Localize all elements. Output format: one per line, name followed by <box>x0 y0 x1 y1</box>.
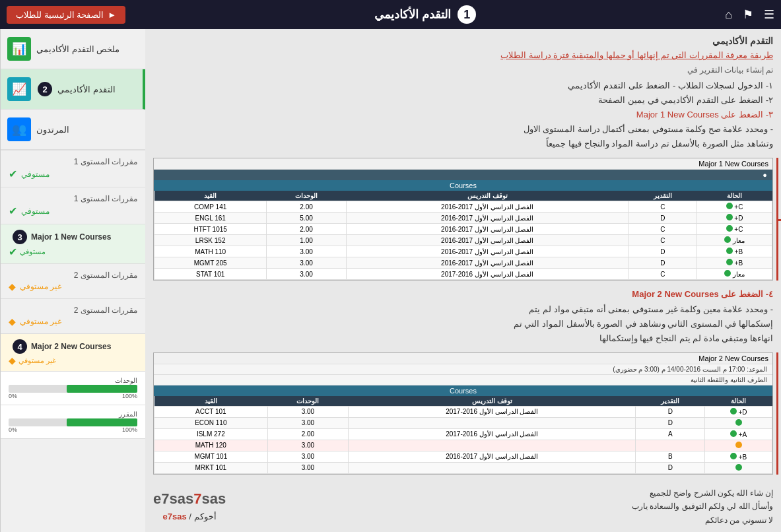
table-row: MATH 110 3.00 الفصل الدراسي الأول 2017-2… <box>154 246 772 257</box>
section1-status: مستوفي ✔ <box>9 168 137 180</box>
table-row: ISLM 272 2.00 الفصل الدراسي الأول 2016-2… <box>154 428 772 440</box>
main-layout: التقدم الأكاديمي طريقة معرفة المقررات ال… <box>0 29 781 532</box>
progress1-bar <box>9 385 137 393</box>
table2-courses-label: Courses <box>154 385 772 396</box>
progress2-label: المقرر <box>9 411 137 418</box>
sidebar-item-progress[interactable]: التقدم الأكاديمي 2 📈 <box>1 69 145 110</box>
content-header: التقدم الأكاديمي <box>153 36 773 46</box>
content-steps: ١- الدخول لسجلات الطلاب - الضغط على التق… <box>153 79 773 151</box>
menu-icon[interactable]: ☰ <box>764 7 774 22</box>
step1: ١- الدخول لسجلات الطلاب - الضغط على التق… <box>153 79 773 93</box>
flag-icon[interactable]: ⚑ <box>743 7 753 22</box>
sidebar-major2[interactable]: Major 2 New Courses 4 غير مستوفي ◆ <box>1 334 145 372</box>
table-row: MGMT 101 3.00 الفصل الدراسي الأول 2017-2… <box>154 451 772 462</box>
bottom-by: أخوكم / e7sas <box>153 512 226 521</box>
table-row: HTFT 1015 2.00 الفصل الدراسي الأول 2017-… <box>154 224 772 235</box>
bottom-section: إن شاء الله يكون الشرح واضح للجميع وأسأل… <box>153 481 773 527</box>
progress1-labels: 100% 0% <box>9 393 137 399</box>
table2-title: Major 2 New Courses <box>154 353 772 364</box>
step4-text1: - ومحدد علامة معين وكلمة غير مستوفي بمعن… <box>153 302 773 317</box>
progress2-bar <box>9 418 137 426</box>
sidebar-item-summary[interactable]: ملخص التقدم الأكاديمي 📊 <box>1 29 145 69</box>
step4-block: ٤- الضغط على Major 2 New Courses - ومحدد… <box>153 287 773 345</box>
table-row: ENGL 161 5.00 الفصل الدراسي الأول 2017-2… <box>154 213 772 224</box>
section3-title: مقررات المستوى 2 <box>9 271 137 280</box>
home-icon[interactable]: ⌂ <box>725 8 732 22</box>
sidebar-item-returners[interactable]: المرتدون 👥 <box>1 110 145 150</box>
major2-label: Major 2 New Courses <box>31 342 111 351</box>
bottom-text-block: إن شاء الله يكون الشرح واضح للجميع وأسأل… <box>632 486 773 527</box>
step4-title: ٤- الضغط على Major 2 New Courses <box>153 287 773 302</box>
sidebar-progress-badge: 2 <box>38 82 52 96</box>
arrow-line-2 <box>776 352 778 475</box>
section1-title: مقررات المستوى 1 <box>9 157 137 166</box>
screenshot-block-2: Major 2 New Courses الموعد: 17:00 م السب… <box>153 352 773 475</box>
table-row: ECON 110 3.00 D <box>154 417 772 428</box>
section3-status: غير مستوفي ◆ <box>9 281 137 292</box>
table1-header: ● <box>154 170 772 180</box>
content-subtitle: طريقة معرفة المقررات التي تم إنهائها أو … <box>153 50 773 60</box>
arrow-connector-1 <box>777 219 781 221</box>
sidebar-section-2: مقررات المستوى 1 مستوفي ✔ <box>1 187 145 224</box>
nav-title: 1 التقدم الأكاديمي <box>125 5 725 24</box>
step3: ٣- الضغط على Major 1 New Courses <box>153 108 773 122</box>
sidebar-sections: مقررات المستوى 1 مستوفي ✔ مقررات المستوى… <box>1 150 145 439</box>
sidebar-major1[interactable]: Major 1 New Courses 3 مستوفي ✔ <box>1 224 145 264</box>
step3-note2: وتشاهد مثل الصورة بالأسفل تم دراسة الموا… <box>153 137 773 151</box>
progress1-fill <box>67 385 137 393</box>
section4-title: مقررات المستوى 2 <box>9 306 137 315</box>
section2-title: مقررات المستوى 1 <box>9 194 137 203</box>
table-row: MRKT 101 3.00 D <box>154 462 772 473</box>
table1-title: Major 1 New Courses <box>154 158 772 170</box>
table-row: MATH 120 3.00 <box>154 440 772 451</box>
people-icon: 👥 <box>7 117 31 141</box>
table-row: MGMT 205 3.00 الفصل الدراسي الأول 2017-2… <box>154 257 772 269</box>
nav-icons: ☰ ⚑ ⌂ <box>725 7 774 22</box>
step4-text3: انهاءها ومتبقي مادة لم يتم النجاح فيها و… <box>153 331 773 346</box>
progress1-label: الوحدات <box>9 377 137 384</box>
sidebar-returners-label: المرتدون <box>36 125 69 135</box>
sidebar-section-3: مقررات المستوى 2 غير مستوفي ◆ <box>1 264 145 299</box>
table-row: COMP 141 2.00 الفصل الدراسي الأول 2017-2… <box>154 201 772 213</box>
step2: ٢- الضغط على التقدم الأكاديمي في يمين ال… <box>153 93 773 108</box>
nav-number: 1 <box>458 5 476 24</box>
table-row: LRSK 152 1.00 الفصل الدراسي الأول 2017-2… <box>154 235 772 246</box>
sidebar-section-4: مقررات المستوى 2 غير مستوفي ◆ <box>1 299 145 334</box>
step4-text2: إستكمالها في المستوى الثاني ونشاهد في ال… <box>153 317 773 331</box>
table2-note2: الطرف الثانية واللقطة الثانية <box>154 375 772 385</box>
section4-status: غير مستوفي ◆ <box>9 316 137 327</box>
bottom-watermark: e7sas7sas أخوكم / e7sas <box>153 486 226 521</box>
sidebar-summary-label: ملخص التقدم الأكاديمي <box>36 44 119 54</box>
table2-container: Major 2 New Courses الموعد: 17:00 م السب… <box>153 352 773 475</box>
progress2-fill <box>67 418 137 426</box>
major1-badge: 3 <box>13 230 27 244</box>
progress2-labels: 100% 0% <box>9 426 137 433</box>
home-page-button[interactable]: ► الصفحة الرئيسية للطلاب <box>7 6 125 24</box>
table2-note1: الموعد: 17:00 م السبت 2016-14/00 م (3:00… <box>154 364 772 375</box>
table2: القيد الوحدات توقف التدريس التقدير الحال… <box>154 396 772 474</box>
table-row: STAT 101 3.00 الفصل الدراسي الأول 2016-2… <box>154 269 772 280</box>
trend-chart-icon: 📈 <box>7 77 31 101</box>
major1-label: Major 1 New Courses <box>31 232 111 242</box>
bar-chart-icon: 📊 <box>7 37 31 61</box>
content-area: التقدم الأكاديمي طريقة معرفة المقررات ال… <box>145 29 781 532</box>
e7sas-logo: e7sas7sas <box>153 490 226 508</box>
sidebar-progress-label: التقدم الأكاديمي <box>57 84 116 94</box>
section2-status: مستوفي ✔ <box>9 205 137 217</box>
table1: القيد الوحدات توقف التدريس التقدير الحال… <box>154 191 772 280</box>
screenshot-block-1: Major 1 New Courses ● Courses القيد الوح… <box>153 158 773 281</box>
top-navigation: ☰ ⚑ ⌂ 1 التقدم الأكاديمي ► الصفحة الرئيس… <box>0 0 781 29</box>
step3-note1: - ومحدد علامة صح وكلمة مستوفي بمعنى أكتم… <box>153 122 773 137</box>
progress-section2: المقرر 100% 0% <box>1 405 145 439</box>
sidebar-section-1: مقررات المستوى 1 مستوفي ✔ <box>1 150 145 187</box>
major2-badge: 4 <box>13 339 27 354</box>
table1-courses-label: Courses <box>154 180 772 191</box>
report-text: تم إنشاء بيانات التقرير في <box>153 65 773 75</box>
major1-status: مستوفي ✔ <box>9 246 137 258</box>
table-row: ACCT 101 3.00 الفصل الدراسي الأول 2016-2… <box>154 406 772 417</box>
sidebar: ملخص التقدم الأكاديمي 📊 التقدم الأكاديمي… <box>0 29 145 532</box>
major2-status: غير مستوفي ◆ <box>9 355 137 366</box>
progress-section: الوحدات 100% 0% <box>1 372 145 405</box>
table1-container: Major 1 New Courses ● Courses القيد الوح… <box>153 158 773 281</box>
